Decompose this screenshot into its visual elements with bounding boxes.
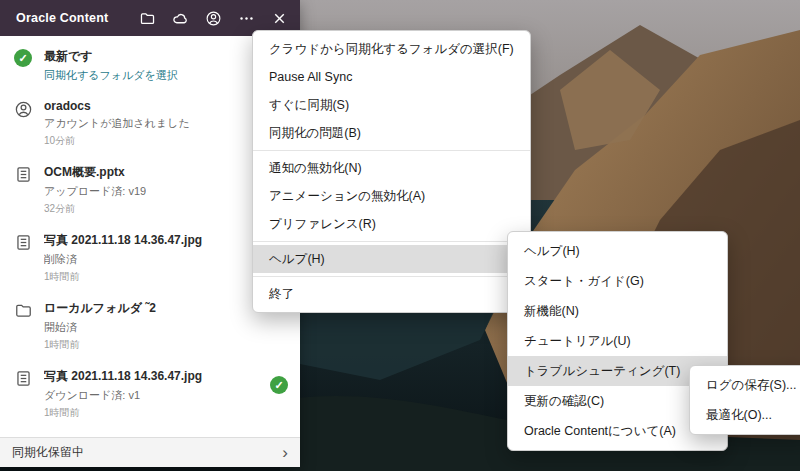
menu-separator (253, 150, 530, 151)
item-time: 1時間前 (44, 338, 156, 352)
item-title: ローカルフォルダ ˜2 (44, 300, 156, 317)
document-icon (12, 165, 34, 184)
account-icon[interactable] (204, 9, 222, 27)
sync-status-bar[interactable]: 同期化保留中 › (0, 437, 300, 467)
submenu-item-getting-started[interactable]: スタート・ガイド(G) (508, 266, 727, 296)
folder-icon[interactable] (138, 9, 156, 27)
more-icon[interactable] (237, 9, 255, 27)
cloud-icon[interactable] (171, 9, 189, 27)
check-circle-icon: ✓ (270, 376, 288, 394)
item-title: oradocs (44, 99, 190, 113)
item-time: 32分前 (44, 202, 146, 216)
item-title: 写真 2021.11.18 14.36.47.jpg (44, 232, 202, 249)
item-subtitle: アカウントが追加されました (44, 116, 190, 131)
menu-item-disable-notifications[interactable]: 通知の無効化(N) (253, 154, 530, 182)
menu-item-sync-problems[interactable]: 同期化の問題(B) (253, 119, 530, 147)
item-time: 1時間前 (44, 406, 202, 420)
menu-item-select-cloud-folders[interactable]: クラウドから同期化するフォルダの選択(F) (253, 35, 530, 63)
item-subtitle: 開始済 (44, 320, 156, 335)
document-icon (12, 369, 34, 388)
titlebar-icons (138, 9, 288, 27)
menu-item-help[interactable]: ヘルプ(H) ▸ (253, 245, 530, 273)
item-subtitle: アップロード済: v19 (44, 184, 146, 199)
list-item[interactable]: 写真 2021.11.18 14.36.47.jpg ダウンロード済: v1 1… (0, 360, 300, 428)
check-circle-icon: ✓ (12, 49, 34, 67)
submenu-item-whats-new[interactable]: 新機能(N) (508, 296, 727, 326)
sync-status-label: 同期化保留中 (12, 444, 84, 461)
menu-item-sync-now[interactable]: すぐに同期(S) (253, 91, 530, 119)
troubleshooting-submenu: ログの保存(S)... 最適化(O)... (689, 365, 800, 435)
submenu-item-tutorial[interactable]: チュートリアル(U) (508, 326, 727, 356)
item-title: 写真 2021.11.18 14.36.47.jpg (44, 368, 202, 385)
folder-icon (12, 301, 34, 320)
close-icon[interactable] (270, 9, 288, 27)
item-title: OCM概要.pptx (44, 164, 146, 181)
menu-item-label: ヘルプ(H) (269, 251, 325, 268)
item-time: 10分前 (44, 134, 190, 148)
more-menu: クラウドから同期化するフォルダの選択(F) Pause All Sync すぐに… (252, 30, 531, 313)
item-time: 1時間前 (44, 270, 202, 284)
menu-separator (253, 276, 530, 277)
submenu-item-label: トラブルシューティング(T) (524, 363, 680, 380)
submenu-item-optimize[interactable]: 最適化(O)... (690, 400, 800, 430)
submenu-item-save-logs[interactable]: ログの保存(S)... (690, 370, 800, 400)
item-title: 最新です (44, 48, 178, 65)
menu-item-quit[interactable]: 終了 (253, 280, 530, 308)
menu-item-disable-animations[interactable]: アニメーションの無効化(A) (253, 182, 530, 210)
list-item[interactable]: SampleImage1.jpg ダウンロード済: v1 1時間前 ✓ (0, 428, 300, 437)
chevron-right-icon: › (282, 444, 288, 461)
select-sync-folders-link[interactable]: 同期化するフォルダを選択 (44, 68, 178, 83)
item-subtitle: 削除済 (44, 252, 202, 267)
menu-item-preferences[interactable]: プリファレンス(R) (253, 210, 530, 238)
menu-separator (253, 241, 530, 242)
screen: Oracle Content (0, 0, 800, 471)
menu-item-pause-all-sync[interactable]: Pause All Sync (253, 63, 530, 91)
item-subtitle: ダウンロード済: v1 (44, 388, 202, 403)
account-icon (12, 100, 34, 119)
submenu-item-help[interactable]: ヘルプ(H) (508, 236, 727, 266)
document-icon (12, 233, 34, 252)
window-title: Oracle Content (16, 11, 108, 25)
item-title: SampleImage1.jpg (44, 436, 149, 437)
